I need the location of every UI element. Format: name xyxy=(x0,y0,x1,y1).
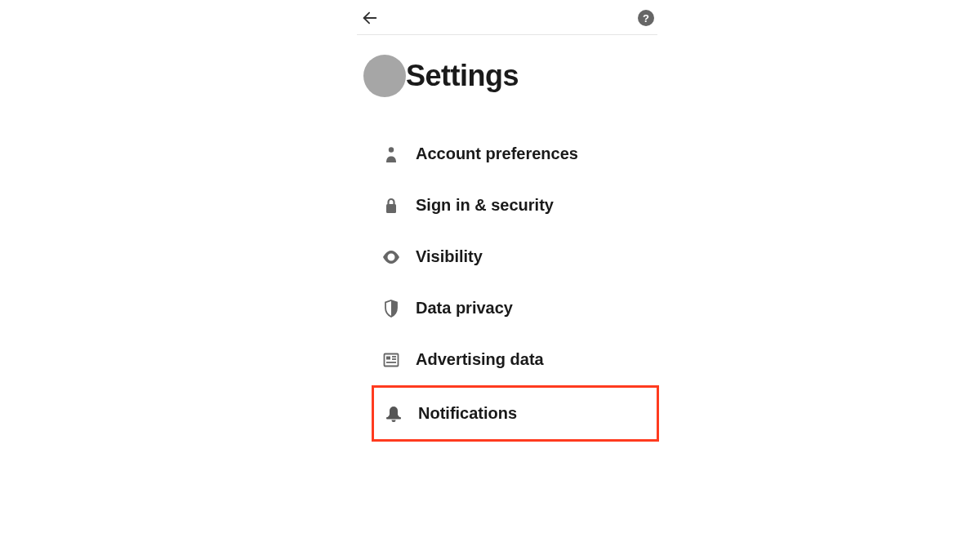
lock-icon xyxy=(380,197,403,215)
shield-icon xyxy=(380,300,403,318)
eye-icon xyxy=(380,248,403,266)
menu-item-sign-in-security[interactable]: Sign in & security xyxy=(376,180,654,231)
menu-item-notifications[interactable]: Notifications xyxy=(372,385,659,442)
menu-item-label: Notifications xyxy=(418,404,517,423)
menu-item-advertising-data[interactable]: Advertising data xyxy=(376,334,654,385)
svg-point-1 xyxy=(389,147,394,152)
menu-item-data-privacy[interactable]: Data privacy xyxy=(376,282,654,334)
page-title: Settings xyxy=(406,59,519,93)
menu-item-account-preferences[interactable]: Account preferences xyxy=(376,128,654,180)
avatar xyxy=(363,55,406,97)
help-button[interactable]: ? xyxy=(638,10,654,26)
top-bar: ? xyxy=(357,0,657,35)
bell-icon xyxy=(382,405,405,423)
title-row: Settings xyxy=(357,55,657,97)
svg-rect-5 xyxy=(386,356,390,359)
svg-point-3 xyxy=(390,255,394,259)
menu-item-visibility[interactable]: Visibility xyxy=(376,231,654,282)
svg-rect-4 xyxy=(385,353,399,366)
menu-item-label: Account preferences xyxy=(416,144,578,163)
settings-menu: Account preferences Sign in & security V… xyxy=(357,128,657,442)
svg-rect-2 xyxy=(386,204,396,213)
arrow-left-icon xyxy=(361,9,379,27)
menu-item-label: Visibility xyxy=(416,247,483,266)
svg-rect-9 xyxy=(386,417,401,420)
menu-item-label: Sign in & security xyxy=(416,196,554,215)
menu-item-label: Data privacy xyxy=(416,299,513,318)
help-icon: ? xyxy=(643,12,649,24)
person-icon xyxy=(380,145,403,163)
back-button[interactable] xyxy=(360,8,380,28)
newspaper-icon xyxy=(380,351,403,369)
settings-panel: ? Settings Account preferences Sign xyxy=(357,0,657,442)
menu-item-label: Advertising data xyxy=(416,350,544,369)
